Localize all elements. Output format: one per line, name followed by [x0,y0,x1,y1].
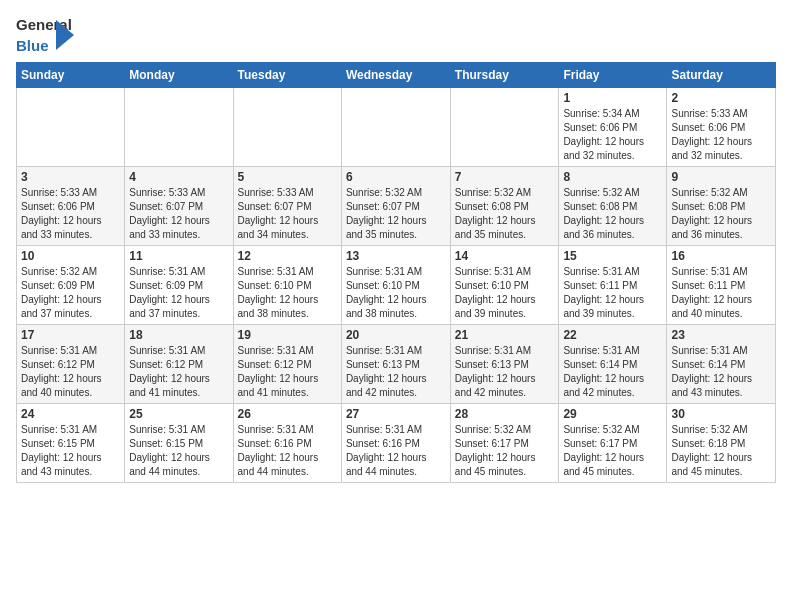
day-number: 23 [671,328,771,342]
day-detail: Sunrise: 5:31 AMSunset: 6:09 PMDaylight:… [129,265,228,321]
day-number: 11 [129,249,228,263]
day-detail: Sunrise: 5:32 AMSunset: 6:09 PMDaylight:… [21,265,120,321]
dow-header-sunday: Sunday [17,63,125,88]
calendar-cell: 10Sunrise: 5:32 AMSunset: 6:09 PMDayligh… [17,246,125,325]
logo-blue: Blue [16,37,49,54]
dow-header-tuesday: Tuesday [233,63,341,88]
week-row-4: 17Sunrise: 5:31 AMSunset: 6:12 PMDayligh… [17,325,776,404]
day-number: 2 [671,91,771,105]
day-number: 9 [671,170,771,184]
calendar-cell: 3Sunrise: 5:33 AMSunset: 6:06 PMDaylight… [17,167,125,246]
day-detail: Sunrise: 5:31 AMSunset: 6:13 PMDaylight:… [346,344,446,400]
day-detail: Sunrise: 5:31 AMSunset: 6:10 PMDaylight:… [238,265,337,321]
day-number: 8 [563,170,662,184]
logo-icon [56,20,74,50]
day-detail: Sunrise: 5:32 AMSunset: 6:08 PMDaylight:… [563,186,662,242]
svg-marker-0 [56,20,74,50]
calendar-cell: 18Sunrise: 5:31 AMSunset: 6:12 PMDayligh… [125,325,233,404]
day-number: 27 [346,407,446,421]
day-number: 22 [563,328,662,342]
day-detail: Sunrise: 5:32 AMSunset: 6:17 PMDaylight:… [455,423,555,479]
day-detail: Sunrise: 5:33 AMSunset: 6:06 PMDaylight:… [21,186,120,242]
day-detail: Sunrise: 5:34 AMSunset: 6:06 PMDaylight:… [563,107,662,163]
calendar-cell [125,88,233,167]
header: General Blue [16,16,776,54]
calendar-cell: 17Sunrise: 5:31 AMSunset: 6:12 PMDayligh… [17,325,125,404]
day-number: 10 [21,249,120,263]
calendar-cell: 1Sunrise: 5:34 AMSunset: 6:06 PMDaylight… [559,88,667,167]
calendar-cell [341,88,450,167]
calendar-cell: 13Sunrise: 5:31 AMSunset: 6:10 PMDayligh… [341,246,450,325]
week-row-3: 10Sunrise: 5:32 AMSunset: 6:09 PMDayligh… [17,246,776,325]
day-number: 20 [346,328,446,342]
calendar-cell: 29Sunrise: 5:32 AMSunset: 6:17 PMDayligh… [559,404,667,483]
day-number: 1 [563,91,662,105]
calendar-cell: 15Sunrise: 5:31 AMSunset: 6:11 PMDayligh… [559,246,667,325]
calendar-cell: 12Sunrise: 5:31 AMSunset: 6:10 PMDayligh… [233,246,341,325]
day-number: 6 [346,170,446,184]
calendar-cell: 22Sunrise: 5:31 AMSunset: 6:14 PMDayligh… [559,325,667,404]
day-detail: Sunrise: 5:31 AMSunset: 6:14 PMDaylight:… [671,344,771,400]
day-detail: Sunrise: 5:31 AMSunset: 6:16 PMDaylight:… [238,423,337,479]
day-detail: Sunrise: 5:31 AMSunset: 6:12 PMDaylight:… [21,344,120,400]
day-detail: Sunrise: 5:32 AMSunset: 6:07 PMDaylight:… [346,186,446,242]
dow-header-saturday: Saturday [667,63,776,88]
day-detail: Sunrise: 5:31 AMSunset: 6:15 PMDaylight:… [129,423,228,479]
day-number: 13 [346,249,446,263]
day-number: 5 [238,170,337,184]
day-number: 15 [563,249,662,263]
day-number: 12 [238,249,337,263]
calendar-cell [17,88,125,167]
day-number: 29 [563,407,662,421]
calendar-cell: 2Sunrise: 5:33 AMSunset: 6:06 PMDaylight… [667,88,776,167]
day-number: 25 [129,407,228,421]
day-number: 7 [455,170,555,184]
day-detail: Sunrise: 5:31 AMSunset: 6:12 PMDaylight:… [238,344,337,400]
calendar-cell: 6Sunrise: 5:32 AMSunset: 6:07 PMDaylight… [341,167,450,246]
calendar-cell: 9Sunrise: 5:32 AMSunset: 6:08 PMDaylight… [667,167,776,246]
day-number: 4 [129,170,228,184]
calendar-cell: 24Sunrise: 5:31 AMSunset: 6:15 PMDayligh… [17,404,125,483]
logo: General Blue [16,16,60,54]
day-number: 26 [238,407,337,421]
dow-header-thursday: Thursday [450,63,559,88]
day-detail: Sunrise: 5:31 AMSunset: 6:11 PMDaylight:… [671,265,771,321]
day-number: 28 [455,407,555,421]
calendar-table: SundayMondayTuesdayWednesdayThursdayFrid… [16,62,776,483]
day-detail: Sunrise: 5:33 AMSunset: 6:06 PMDaylight:… [671,107,771,163]
calendar-cell: 23Sunrise: 5:31 AMSunset: 6:14 PMDayligh… [667,325,776,404]
day-number: 21 [455,328,555,342]
calendar-cell: 19Sunrise: 5:31 AMSunset: 6:12 PMDayligh… [233,325,341,404]
calendar-cell [233,88,341,167]
day-number: 30 [671,407,771,421]
calendar-cell: 30Sunrise: 5:32 AMSunset: 6:18 PMDayligh… [667,404,776,483]
day-number: 19 [238,328,337,342]
day-detail: Sunrise: 5:31 AMSunset: 6:10 PMDaylight:… [346,265,446,321]
calendar-cell: 21Sunrise: 5:31 AMSunset: 6:13 PMDayligh… [450,325,559,404]
day-number: 16 [671,249,771,263]
day-detail: Sunrise: 5:31 AMSunset: 6:10 PMDaylight:… [455,265,555,321]
calendar-cell: 20Sunrise: 5:31 AMSunset: 6:13 PMDayligh… [341,325,450,404]
week-row-2: 3Sunrise: 5:33 AMSunset: 6:06 PMDaylight… [17,167,776,246]
day-detail: Sunrise: 5:31 AMSunset: 6:15 PMDaylight:… [21,423,120,479]
calendar-cell [450,88,559,167]
calendar-cell: 5Sunrise: 5:33 AMSunset: 6:07 PMDaylight… [233,167,341,246]
day-detail: Sunrise: 5:31 AMSunset: 6:14 PMDaylight:… [563,344,662,400]
dow-header-wednesday: Wednesday [341,63,450,88]
day-detail: Sunrise: 5:32 AMSunset: 6:18 PMDaylight:… [671,423,771,479]
day-detail: Sunrise: 5:31 AMSunset: 6:11 PMDaylight:… [563,265,662,321]
dow-header-monday: Monday [125,63,233,88]
day-detail: Sunrise: 5:31 AMSunset: 6:12 PMDaylight:… [129,344,228,400]
day-detail: Sunrise: 5:33 AMSunset: 6:07 PMDaylight:… [129,186,228,242]
calendar-body: 1Sunrise: 5:34 AMSunset: 6:06 PMDaylight… [17,88,776,483]
calendar-cell: 16Sunrise: 5:31 AMSunset: 6:11 PMDayligh… [667,246,776,325]
dow-header-friday: Friday [559,63,667,88]
calendar-cell: 4Sunrise: 5:33 AMSunset: 6:07 PMDaylight… [125,167,233,246]
day-number: 14 [455,249,555,263]
calendar-cell: 14Sunrise: 5:31 AMSunset: 6:10 PMDayligh… [450,246,559,325]
calendar-cell: 7Sunrise: 5:32 AMSunset: 6:08 PMDaylight… [450,167,559,246]
week-row-5: 24Sunrise: 5:31 AMSunset: 6:15 PMDayligh… [17,404,776,483]
day-detail: Sunrise: 5:31 AMSunset: 6:13 PMDaylight:… [455,344,555,400]
day-number: 3 [21,170,120,184]
day-of-week-row: SundayMondayTuesdayWednesdayThursdayFrid… [17,63,776,88]
